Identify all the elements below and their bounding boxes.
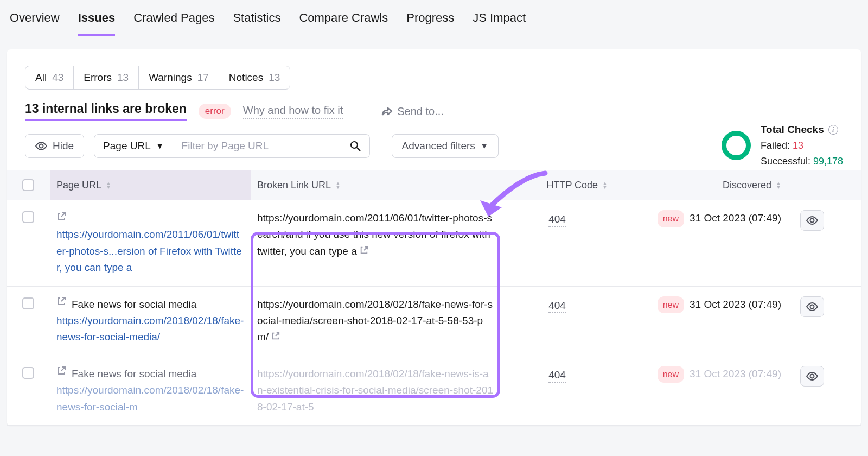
row-checkbox[interactable] xyxy=(22,211,34,223)
view-button[interactable] xyxy=(800,296,824,317)
filter-notices-count: 13 xyxy=(269,72,280,84)
report-title: 13 internal links are broken xyxy=(25,102,187,121)
cell-discovered: new 31 Oct 2023 (07:49) xyxy=(614,210,788,276)
svg-point-3 xyxy=(810,219,814,223)
send-to-label: Send to... xyxy=(397,105,444,118)
row-checkbox-cell xyxy=(7,296,50,346)
cell-page-url: https://yourdomain.com/2011/06/01/twitte… xyxy=(50,210,251,276)
search-icon xyxy=(350,141,361,151)
filter-errors-label: Errors xyxy=(84,72,112,84)
th-http-code[interactable]: HTTP Code ▲▼ xyxy=(500,170,614,200)
advanced-filters-label: Advanced filters xyxy=(402,140,475,152)
th-http-label: HTTP Code xyxy=(546,180,598,191)
external-link-icon[interactable] xyxy=(360,246,368,255)
info-icon[interactable]: i xyxy=(828,125,838,135)
tab-issues[interactable]: Issues xyxy=(78,11,116,36)
eye-icon xyxy=(806,372,818,381)
tab-js-impact[interactable]: JS Impact xyxy=(473,11,526,36)
eye-icon xyxy=(806,216,818,225)
http-code-value: 404 xyxy=(548,369,566,383)
stats-title: Total Checks xyxy=(761,122,824,138)
th-broken-link-url[interactable]: Broken Link URL ▲▼ xyxy=(251,170,500,200)
cell-http-code: 404 xyxy=(500,210,614,276)
filter-notices-label: Notices xyxy=(229,72,263,84)
tab-overview[interactable]: Overview xyxy=(10,11,60,36)
cell-discovered: new 31 Oct 2023 (07:49) xyxy=(614,366,788,415)
severity-filter-group: All43 Errors13 Warnings17 Notices13 xyxy=(25,66,290,90)
sort-icon: ▲▼ xyxy=(335,181,341,189)
page-url-link[interactable]: https://yourdomain.com/2018/02/18/fake-n… xyxy=(56,315,244,343)
filter-warnings[interactable]: Warnings17 xyxy=(139,66,219,89)
share-arrow-icon xyxy=(381,106,393,117)
cell-http-code: 404 xyxy=(500,366,614,415)
view-button[interactable] xyxy=(800,210,824,231)
stats-title-row: Total Checksi xyxy=(761,122,843,138)
svg-point-1 xyxy=(351,142,358,148)
external-link-icon[interactable] xyxy=(56,212,66,221)
table-row: https://yourdomain.com/2011/06/01/twitte… xyxy=(7,200,861,287)
filter-search-group: Page URL ▼ xyxy=(94,134,370,158)
filter-all-count: 43 xyxy=(52,72,63,84)
new-badge: new xyxy=(658,366,684,383)
page-url-link[interactable]: https://yourdomain.com/2018/02/18/fake-n… xyxy=(56,384,244,412)
cell-actions xyxy=(788,366,837,415)
th-checkbox xyxy=(7,170,50,200)
top-tabs: Overview Issues Crawled Pages Statistics… xyxy=(0,0,868,36)
svg-point-4 xyxy=(810,305,814,308)
hide-button[interactable]: Hide xyxy=(25,134,84,158)
send-to-button[interactable]: Send to... xyxy=(381,105,444,118)
th-discovered-label: Discovered xyxy=(723,180,771,191)
sort-icon: ▲▼ xyxy=(106,181,111,189)
broken-url-text: https://yourdomain.com/2018/02/18/fake-n… xyxy=(257,368,493,413)
chevron-down-icon: ▼ xyxy=(156,142,164,150)
filter-all[interactable]: All43 xyxy=(25,66,74,89)
sort-icon: ▲▼ xyxy=(602,181,608,189)
failed-label: Failed: xyxy=(761,140,790,151)
tab-statistics[interactable]: Statistics xyxy=(233,11,280,36)
th-broken-label: Broken Link URL xyxy=(257,180,331,191)
filter-field-select[interactable]: Page URL ▼ xyxy=(94,134,173,158)
external-link-icon[interactable] xyxy=(271,332,280,340)
discovered-date: 31 Oct 2023 (07:49) xyxy=(690,210,781,226)
cell-page-url: Fake news for social media https://yourd… xyxy=(50,366,251,415)
row-checkbox[interactable] xyxy=(22,297,34,309)
issues-panel: All43 Errors13 Warnings17 Notices13 13 i… xyxy=(7,49,861,426)
cell-actions xyxy=(788,296,837,346)
view-button[interactable] xyxy=(800,366,824,387)
table-row: Fake news for social media https://yourd… xyxy=(7,287,861,356)
why-how-link[interactable]: Why and how to fix it xyxy=(243,104,343,119)
http-code-value: 404 xyxy=(548,213,566,227)
broken-url-text: https://yourdomain.com/2018/02/18/fake-n… xyxy=(257,299,493,343)
row-checkbox-cell xyxy=(7,366,50,415)
success-label: Successful: xyxy=(761,156,810,167)
external-link-icon[interactable] xyxy=(56,366,66,376)
filter-notices[interactable]: Notices13 xyxy=(219,66,290,89)
discovered-date: 31 Oct 2023 (07:49) xyxy=(690,366,781,382)
discovered-date: 31 Oct 2023 (07:49) xyxy=(690,296,781,313)
tab-progress[interactable]: Progress xyxy=(406,11,454,36)
filter-input[interactable] xyxy=(173,134,341,158)
http-code-value: 404 xyxy=(548,300,566,313)
page-title-text: Fake news for social media xyxy=(72,366,196,382)
advanced-filters-button[interactable]: Advanced filters ▼ xyxy=(392,134,499,158)
tab-crawled-pages[interactable]: Crawled Pages xyxy=(133,11,214,36)
external-link-icon[interactable] xyxy=(56,296,66,306)
th-discovered[interactable]: Discovered ▲▼ xyxy=(614,170,788,200)
error-badge: error xyxy=(199,104,231,119)
new-badge: new xyxy=(658,210,684,227)
cell-discovered: new 31 Oct 2023 (07:49) xyxy=(614,296,788,346)
row-checkbox[interactable] xyxy=(22,367,34,379)
filter-errors[interactable]: Errors13 xyxy=(74,66,139,89)
row-checkbox-cell xyxy=(7,210,50,276)
select-all-checkbox[interactable] xyxy=(22,179,34,191)
page-title-text: Fake news for social media xyxy=(72,296,196,313)
page-url-link[interactable]: https://yourdomain.com/2011/06/01/twitte… xyxy=(56,229,242,273)
cell-http-code: 404 xyxy=(500,296,614,346)
tab-compare-crawls[interactable]: Compare Crawls xyxy=(299,11,388,36)
filter-errors-count: 13 xyxy=(117,72,129,84)
cell-page-url: Fake news for social media https://yourd… xyxy=(50,296,251,346)
cell-broken-url: https://yourdomain.com/2018/02/18/fake-n… xyxy=(251,296,500,346)
th-page-url[interactable]: Page URL ▲▼ xyxy=(50,170,251,200)
eye-icon xyxy=(35,142,47,150)
search-button[interactable] xyxy=(341,134,370,158)
